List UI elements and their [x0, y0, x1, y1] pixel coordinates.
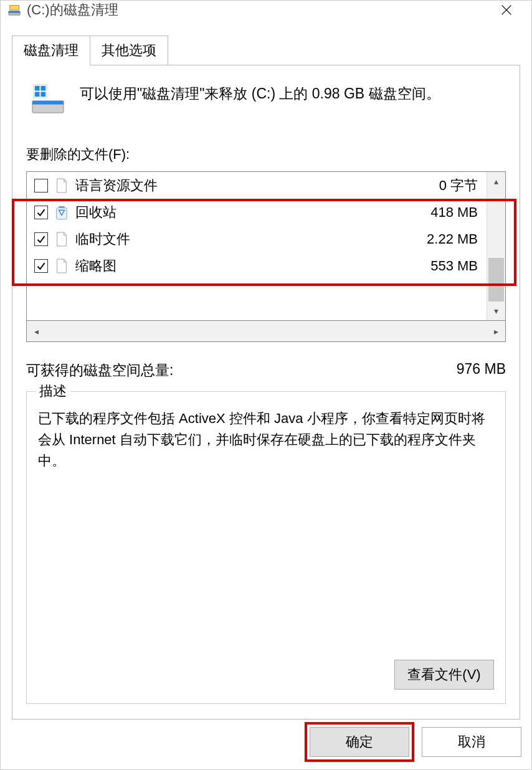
item-size: 418 MB	[430, 204, 480, 221]
file-icon	[54, 177, 69, 194]
list-item[interactable]: 临时文件2.22 MB	[27, 226, 487, 252]
svg-rect-9	[40, 86, 45, 91]
svg-rect-1	[9, 11, 20, 13]
total-row: 可获得的磁盘空间总量: 976 MB	[26, 361, 506, 380]
total-value: 976 MB	[457, 361, 506, 380]
disk-cleanup-window: (C:)的磁盘清理 磁盘清理 其他选项	[0, 0, 532, 770]
description-text: 已下载的程序文件包括 ActiveX 控件和 Java 小程序，你查看特定网页时…	[38, 408, 494, 472]
list-item[interactable]: 语言资源文件0 字节	[27, 172, 487, 199]
description-legend: 描述	[36, 382, 70, 401]
svg-rect-10	[35, 92, 40, 97]
total-label: 可获得的磁盘空间总量:	[26, 361, 173, 380]
item-name: 缩略图	[75, 257, 430, 275]
svg-rect-11	[40, 92, 45, 97]
files-label: 要删除的文件(F):	[26, 145, 506, 164]
vertical-scrollbar[interactable]: ▴ ▾	[487, 172, 505, 320]
svg-rect-2	[10, 6, 19, 10]
item-size: 0 字节	[439, 176, 480, 195]
scroll-left-icon[interactable]: ◂	[27, 326, 45, 336]
svg-rect-8	[35, 86, 40, 91]
scroll-down-icon[interactable]: ▾	[487, 302, 505, 320]
checkbox[interactable]	[34, 232, 48, 246]
file-list: 语言资源文件0 字节回收站418 MB临时文件2.22 MB缩略图553 MB …	[26, 171, 506, 321]
file-icon	[54, 231, 69, 248]
list-item[interactable]: 回收站418 MB	[27, 199, 487, 226]
svg-rect-13	[59, 206, 64, 207]
scroll-thumb[interactable]	[488, 258, 504, 302]
ok-button[interactable]: 确定	[310, 727, 409, 757]
checkbox[interactable]	[34, 179, 48, 192]
item-name: 临时文件	[75, 230, 427, 249]
description-group: 描述 已下载的程序文件包括 ActiveX 控件和 Java 小程序，你查看特定…	[26, 391, 506, 704]
horizontal-scrollbar[interactable]: ◂ ▸	[26, 321, 506, 342]
scroll-up-icon[interactable]: ▴	[487, 172, 505, 191]
tabs: 磁盘清理 其他选项	[12, 36, 520, 65]
dialog-buttons: 确定 取消	[1, 720, 531, 769]
info-text: 可以使用"磁盘清理"来释放 (C:) 上的 0.98 GB 磁盘空间。	[80, 83, 440, 105]
drive-icon	[30, 83, 66, 115]
checkbox[interactable]	[34, 259, 48, 273]
cancel-button[interactable]: 取消	[422, 727, 521, 757]
tab-body: 可以使用"磁盘清理"来释放 (C:) 上的 0.98 GB 磁盘空间。 要删除的…	[12, 65, 520, 720]
checkbox[interactable]	[34, 206, 48, 219]
titlebar: (C:)的磁盘清理	[1, 1, 531, 19]
item-name: 语言资源文件	[75, 176, 439, 195]
window-title: (C:)的磁盘清理	[27, 1, 488, 19]
item-size: 2.22 MB	[427, 231, 480, 247]
close-button[interactable]	[488, 1, 525, 19]
item-name: 回收站	[75, 203, 430, 222]
tab-more-options[interactable]: 其他选项	[90, 36, 168, 65]
svg-rect-6	[32, 101, 64, 105]
app-icon	[7, 2, 22, 17]
tab-area: 磁盘清理 其他选项 可以使用"磁盘清理"来释放 (C:)	[1, 19, 531, 720]
view-files-button[interactable]: 查看文件(V)	[394, 660, 494, 690]
info-row: 可以使用"磁盘清理"来释放 (C:) 上的 0.98 GB 磁盘空间。	[30, 83, 506, 115]
recycle-bin-icon	[54, 204, 69, 221]
tab-disk-cleanup[interactable]: 磁盘清理	[12, 36, 90, 65]
list-item[interactable]: 缩略图553 MB	[27, 252, 487, 279]
svg-rect-12	[57, 207, 67, 219]
scroll-right-icon[interactable]: ▸	[487, 326, 505, 336]
file-icon	[54, 257, 69, 275]
item-size: 553 MB	[430, 258, 480, 274]
